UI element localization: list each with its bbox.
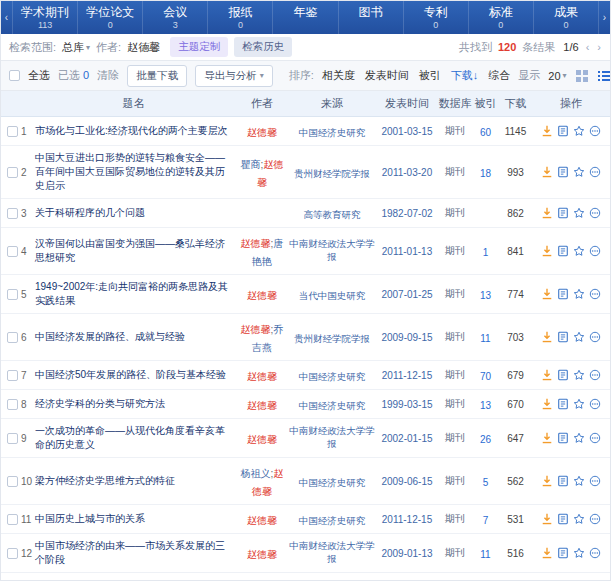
- nav-tab-4[interactable]: 报纸0: [208, 1, 273, 34]
- row-checkbox[interactable]: [7, 476, 18, 487]
- author-link[interactable]: 赵德馨: [247, 290, 277, 301]
- cited-link[interactable]: 13: [480, 400, 491, 411]
- nav-tab-6[interactable]: 图书: [339, 1, 404, 34]
- source-link[interactable]: 中国经济史研究: [299, 127, 366, 139]
- download-icon[interactable]: [541, 245, 553, 257]
- cited-link[interactable]: 18: [480, 168, 491, 179]
- favorite-icon[interactable]: [573, 432, 585, 444]
- favorite-icon[interactable]: [573, 547, 585, 559]
- html-read-icon[interactable]: [557, 245, 569, 257]
- html-read-icon[interactable]: [557, 288, 569, 300]
- sort-option-3[interactable]: 被引: [419, 68, 441, 83]
- cited-link[interactable]: 7: [483, 515, 489, 526]
- cited-link[interactable]: 5: [483, 477, 489, 488]
- more-icon[interactable]: [589, 125, 601, 137]
- prev-page-icon[interactable]: ‹: [585, 41, 591, 53]
- title-link[interactable]: 中国历史上城与市的关系: [35, 512, 232, 526]
- nav-tab-7[interactable]: 专利0: [404, 1, 469, 34]
- download-icon[interactable]: [541, 513, 553, 525]
- nav-tab-9[interactable]: 成果0: [534, 1, 599, 34]
- nav-tab-8[interactable]: 标准0: [469, 1, 534, 34]
- row-checkbox[interactable]: [7, 399, 18, 410]
- more-icon[interactable]: [589, 288, 601, 300]
- favorite-icon[interactable]: [573, 475, 585, 487]
- scope-select[interactable]: 总库 ▾: [62, 40, 90, 55]
- more-icon[interactable]: [589, 207, 601, 219]
- row-checkbox[interactable]: [7, 208, 18, 219]
- favorite-icon[interactable]: [573, 245, 585, 257]
- more-icon[interactable]: [589, 513, 601, 525]
- more-icon[interactable]: [589, 245, 601, 257]
- download-icon[interactable]: [541, 166, 553, 178]
- nav-tab-2[interactable]: 学位论文0: [78, 1, 143, 34]
- cited-link[interactable]: 70: [480, 371, 491, 382]
- cited-link[interactable]: 11: [480, 549, 490, 560]
- nav-scroll-right-icon[interactable]: ›: [599, 1, 610, 34]
- nav-scroll-left-icon[interactable]: ‹: [1, 1, 12, 34]
- html-read-icon[interactable]: [557, 369, 569, 381]
- clear-button[interactable]: 清除: [97, 68, 119, 83]
- html-read-icon[interactable]: [557, 513, 569, 525]
- author-link[interactable]: 赵德馨: [247, 515, 277, 526]
- batch-download-button[interactable]: 批量下载: [127, 65, 187, 87]
- title-link[interactable]: 中国经济发展的路径、成就与经验: [35, 330, 232, 344]
- html-read-icon[interactable]: [557, 432, 569, 444]
- favorite-icon[interactable]: [573, 331, 585, 343]
- favorite-icon[interactable]: [573, 513, 585, 525]
- author-link[interactable]: 赵德馨: [247, 371, 277, 382]
- cited-link[interactable]: 1: [483, 247, 489, 258]
- title-link[interactable]: 市场化与工业化:经济现代化的两个主要层次: [35, 124, 232, 138]
- favorite-icon[interactable]: [573, 369, 585, 381]
- select-all-label[interactable]: 全选: [28, 68, 50, 83]
- cited-link[interactable]: 11: [480, 333, 490, 344]
- favorite-icon[interactable]: [573, 125, 585, 137]
- source-link[interactable]: 中南财经政法大学学报: [288, 425, 376, 450]
- download-icon[interactable]: [541, 125, 553, 137]
- nav-tab-1[interactable]: 学术期刊113: [12, 1, 78, 34]
- html-read-icon[interactable]: [557, 331, 569, 343]
- nav-tab-3[interactable]: 会议3: [143, 1, 208, 34]
- source-link[interactable]: 中国经济史研究: [299, 400, 366, 412]
- sort-option-4[interactable]: 下载↓: [451, 68, 479, 83]
- favorite-icon[interactable]: [573, 398, 585, 410]
- next-page-icon[interactable]: ›: [596, 41, 602, 53]
- source-link[interactable]: 高等教育研究: [304, 209, 361, 221]
- topic-custom-button[interactable]: 主题定制: [170, 37, 228, 57]
- export-analyze-button[interactable]: 导出与分析 ▾: [195, 65, 273, 87]
- row-checkbox[interactable]: [7, 332, 18, 343]
- row-checkbox[interactable]: [7, 370, 18, 381]
- download-icon[interactable]: [541, 547, 553, 559]
- more-icon[interactable]: [589, 432, 601, 444]
- html-read-icon[interactable]: [557, 475, 569, 487]
- author-link[interactable]: 赵德馨: [247, 127, 277, 138]
- author-link[interactable]: 赵德馨: [241, 324, 271, 335]
- author-link[interactable]: 赵德馨: [247, 549, 277, 560]
- download-icon[interactable]: [541, 432, 553, 444]
- row-checkbox[interactable]: [7, 126, 18, 137]
- favorite-icon[interactable]: [573, 166, 585, 178]
- author-link[interactable]: 杨祖义: [241, 468, 271, 479]
- title-link[interactable]: 梁方仲经济史学思维方式的特征: [35, 474, 232, 488]
- source-link[interactable]: 贵州财经学院学报: [294, 168, 370, 180]
- source-link[interactable]: 中南财经政法大学学报: [288, 540, 376, 565]
- title-link[interactable]: 中国市场经济的由来——市场关系发展的三个阶段: [35, 539, 232, 567]
- more-icon[interactable]: [589, 398, 601, 410]
- download-icon[interactable]: [541, 331, 553, 343]
- favorite-icon[interactable]: [573, 207, 585, 219]
- download-icon[interactable]: [541, 369, 553, 381]
- html-read-icon[interactable]: [557, 547, 569, 559]
- source-link[interactable]: 中国经济史研究: [299, 515, 366, 527]
- title-link[interactable]: 中国大豆进出口形势的逆转与粮食安全——百年间中国大豆国际贸易地位的逆转及其历史启…: [35, 151, 232, 193]
- sort-option-5[interactable]: 综合: [488, 68, 510, 83]
- author-link[interactable]: 瞿商: [241, 159, 261, 170]
- more-icon[interactable]: [589, 166, 601, 178]
- title-link[interactable]: 关于科研程序的几个问题: [35, 206, 232, 220]
- cited-link[interactable]: 13: [480, 290, 491, 301]
- html-read-icon[interactable]: [557, 166, 569, 178]
- html-read-icon[interactable]: [557, 207, 569, 219]
- row-checkbox[interactable]: [7, 246, 18, 257]
- source-link[interactable]: 贵州财经学院学报: [294, 333, 370, 345]
- list-view-icon[interactable]: [597, 69, 611, 83]
- row-checkbox[interactable]: [7, 514, 18, 525]
- source-link[interactable]: 中南财经政法大学学报: [288, 238, 376, 263]
